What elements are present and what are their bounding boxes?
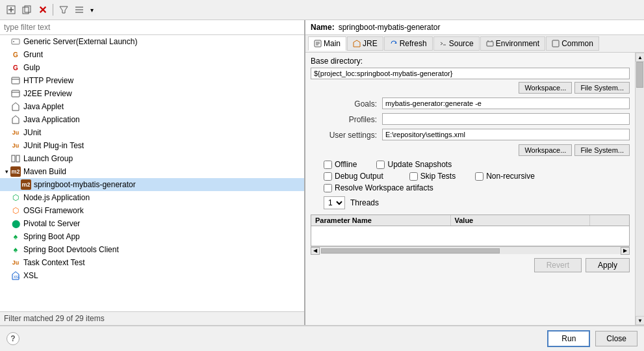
pivotal-icon: ⬤ [10,218,21,229]
tree-item-spring-devtools[interactable]: ♠ Spring Boot Devtools Client [0,243,304,256]
tree-item-label: Spring Boot App [23,232,80,241]
tree-item-generic-server[interactable]: Generic Server(External Launch) [0,35,304,48]
scroll-left-button[interactable]: ◀ [311,247,320,255]
non-recursive-checkbox[interactable] [475,172,483,181]
parameters-table: Parameter Name Value [311,214,630,246]
svg-rect-17 [12,155,15,162]
threads-row: 1 2 4 Threads [324,196,630,209]
tree-item-label: Gulp [23,63,40,72]
tab-main[interactable]: Main [308,36,346,51]
footer-bar: ? Run Close [0,325,644,351]
footer-right: Run Close [547,330,638,347]
threads-select[interactable]: 1 2 4 [324,196,345,209]
checkboxes-row2: Debug Output Skip Tests Non-recursive [311,172,630,181]
tree-item-java-applet[interactable]: Java Applet [0,100,304,113]
svg-rect-18 [16,155,19,162]
new-config-button[interactable] [4,3,18,17]
tree-item-gulp[interactable]: G Gulp [0,61,304,74]
file-system-button-2[interactable]: File System... [574,144,630,156]
profiles-input[interactable] [382,113,630,125]
dropdown-button[interactable]: ▾ [88,5,96,16]
goals-input[interactable] [382,98,630,109]
debug-output-checkbox[interactable] [324,172,332,181]
debug-output-label: Debug Output [335,172,383,181]
revert-button[interactable]: Revert [534,258,582,272]
filter-button[interactable] [57,3,71,17]
svg-marker-16 [12,116,19,124]
update-snapshots-label: Update Snapshots [387,160,452,169]
duplicate-button[interactable] [19,3,34,17]
tree-item-label: JUnit Plug-in Test [23,141,84,150]
tree-item-http-preview[interactable]: HTTP Preview [0,74,304,87]
svg-point-10 [13,41,14,42]
svg-marker-15 [12,103,19,110]
server-icon [10,36,21,47]
tab-environment-label: Environment [496,39,539,48]
toolbar: ✕ ▾ [0,0,644,20]
base-directory-section: Base directory: Workspace... File System… [311,57,630,94]
tree-item-label: Node.js Application [23,193,90,202]
task-icon: Ju [10,257,21,268]
tab-refresh[interactable]: Refresh [384,36,433,51]
scroll-up-button[interactable]: ▲ [636,53,644,62]
collapse-all-button[interactable] [72,3,86,17]
tree-item-launch-group[interactable]: Launch Group [0,152,304,165]
tree-item-maven-build[interactable]: ▾ m2 Maven Build [0,165,304,178]
tab-common[interactable]: Common [546,36,599,51]
offline-checkbox[interactable] [324,161,332,169]
tree-item-grunt[interactable]: G Grunt [0,48,304,61]
tree-item-springboot-mybatis[interactable]: m2 springboot-mybatis-generator [0,178,304,191]
tree-item-xsl[interactable]: XSL XSL [0,269,304,282]
tree-item-java-application[interactable]: Java Application [0,113,304,126]
tree-area: Generic Server(External Launch) G Grunt … [0,35,304,311]
workspace-button-2[interactable]: Workspace... [519,144,572,156]
file-system-button-1[interactable]: File System... [574,82,630,94]
maven-icon: m2 [10,166,21,177]
left-panel: Generic Server(External Launch) G Grunt … [0,20,305,325]
delete-button[interactable]: ✕ [35,3,49,17]
tree-item-spring-boot-app[interactable]: ♠ Spring Boot App [0,230,304,243]
tree-item-osgi[interactable]: ⬡ OSGi Framework [0,204,304,217]
resolve-workspace-checkbox[interactable] [324,184,332,192]
scroll-right-button[interactable]: ▶ [621,247,630,255]
tree-item-junit[interactable]: Ju JUnit [0,126,304,139]
svg-rect-9 [12,39,19,44]
tree-item-pivotal[interactable]: ⬤ Pivotal tc Server [0,217,304,230]
svg-marker-25 [354,40,360,47]
tree-item-label: Maven Build [23,167,66,176]
workspace-button-1[interactable]: Workspace... [519,82,572,94]
tree-item-j2ee[interactable]: J2EE Preview [0,87,304,100]
tree-item-label: springboot-mybatis-generator [34,180,136,189]
update-snapshots-checkbox[interactable] [376,161,385,169]
skip-tests-checkbox[interactable] [409,172,418,181]
help-button[interactable]: ? [6,332,19,345]
base-directory-input[interactable] [311,68,630,79]
close-button[interactable]: Close [595,331,638,346]
run-button[interactable]: Run [547,330,590,347]
tree-item-label: JUnit [23,128,41,137]
tab-source[interactable]: Source [433,36,480,51]
apply-button[interactable]: Apply [586,258,630,272]
scroll-track [321,248,619,254]
main-container: ✕ ▾ Generic Server(External Launch) [0,0,644,351]
user-settings-input[interactable] [382,129,630,140]
user-settings-section: User settings: Workspace... File System.… [311,129,630,156]
table-header: Parameter Name Value [311,215,629,226]
scroll-track-vertical [636,62,644,316]
tree-item-junit-plugin[interactable]: Ju JUnit Plug-in Test [0,139,304,152]
filter-input[interactable] [0,20,304,35]
profiles-row: Profiles: [311,113,630,125]
tree-item-task-context[interactable]: Ju Task Context Test [0,256,304,269]
tab-environment[interactable]: Environment [480,36,545,51]
tree-item-nodejs[interactable]: ⬡ Node.js Application [0,191,304,204]
tree-item-label: Generic Server(External Launch) [23,37,137,46]
horizontal-scrollbar[interactable]: ◀ ▶ [311,246,630,254]
expand-icon-maven[interactable]: ▾ [3,168,10,175]
tab-jre[interactable]: JRE [347,36,383,51]
scroll-down-button[interactable]: ▼ [636,316,644,325]
footer-left: ? [6,332,19,345]
scroll-thumb[interactable] [321,248,500,254]
junit-plugin-icon: Ju [10,140,21,151]
scroll-thumb-vertical[interactable] [636,62,643,88]
http-icon [10,75,21,86]
